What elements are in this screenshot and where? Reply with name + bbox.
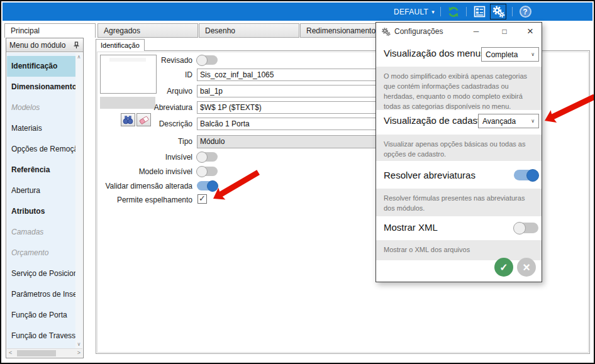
sidebar-item-modelos[interactable]: Modelos	[7, 97, 75, 118]
profile-label: DEFAULT	[394, 8, 428, 16]
sidebar-item-funcao-travessa[interactable]: Função de Travessa	[7, 326, 75, 346]
revisado-label: Revisado	[96, 56, 192, 65]
scroll-down-icon[interactable]: ∨	[77, 341, 81, 347]
settings-button[interactable]	[490, 4, 506, 19]
toolbar-separator	[512, 7, 513, 16]
permite-espelhamento-checkbox[interactable]	[197, 194, 207, 204]
tab-identificacao[interactable]: Identificação	[96, 39, 145, 51]
chevron-down-icon: ∨	[531, 118, 535, 124]
scroll-left-icon[interactable]: <	[9, 350, 12, 356]
sidebar-horizontal-scrollbar[interactable]: < >	[7, 348, 82, 357]
invisivel-toggle[interactable]	[197, 152, 218, 162]
sidebar-vertical-scrollbar[interactable]: ∧ ∨	[75, 53, 82, 348]
profile-dropdown[interactable]: DEFAULT ▾	[394, 8, 435, 16]
cadastro-view-label: Visualização de cadastro	[384, 115, 489, 126]
validar-dimensao-toggle[interactable]	[197, 181, 218, 190]
sidebar-item-materiais[interactable]: Materiais	[7, 118, 75, 139]
help-icon: ?	[520, 6, 531, 18]
sidebar-item-opcoes-remocao[interactable]: Opções de Remoção	[7, 139, 75, 160]
menus-view-select[interactable]: Completa ∨	[481, 47, 539, 62]
menus-view-value: Completa	[486, 50, 518, 59]
modelo-invisivel-toggle[interactable]	[197, 167, 218, 176]
validar-dimensao-label: Validar dimensão alterada	[96, 182, 192, 190]
tab-agregados[interactable]: Agregados	[97, 23, 198, 38]
revisado-toggle[interactable]	[197, 55, 218, 65]
pin-icon[interactable]	[73, 41, 80, 49]
tab-principal[interactable]: Principal	[4, 23, 96, 38]
sidebar-item-orcamento[interactable]: Orçamento	[7, 243, 75, 263]
settings-dialog-titlebar: Configurações	[376, 23, 542, 40]
sidebar-item-atributos[interactable]: Atributos	[7, 201, 75, 222]
confirm-button[interactable]: ✓	[494, 258, 513, 277]
resolver-abreviaturas-label: Resolver abreviaturas	[384, 170, 475, 180]
descricao-label: Descrição	[96, 119, 192, 128]
modelo-invisivel-label: Modelo invisível	[96, 167, 192, 176]
scrollbar-thumb[interactable]	[17, 350, 56, 356]
mostrar-xml-toggle[interactable]	[514, 223, 538, 233]
settings-gear-icon	[381, 27, 391, 36]
sidebar-item-referencia[interactable]: Referência	[7, 160, 75, 180]
toolbar-separator	[466, 7, 467, 16]
settings-dialog-title: Configurações	[394, 27, 443, 36]
permite-espelhamento-label: Permite espelhamento	[96, 196, 192, 204]
refresh-icon	[447, 6, 460, 18]
module-menu-title: Menu do módulo	[9, 41, 65, 50]
cadastro-view-select[interactable]: Avançada ∨	[478, 114, 539, 128]
module-form-button[interactable]	[472, 5, 486, 19]
invisivel-label: Invisível	[96, 153, 192, 162]
mostrar-xml-description: Mostrar o XML dos arquivos	[376, 240, 542, 260]
arquivo-label: Arquivo	[96, 87, 192, 96]
minimize-button[interactable]: ─	[469, 25, 483, 38]
mostrar-xml-label: Mostrar XML	[384, 222, 438, 233]
chevron-down-icon: ▾	[431, 9, 435, 15]
settings-dialog: Configurações ─ □ × Visualização dos men…	[375, 22, 542, 282]
toolbar-separator	[440, 7, 441, 16]
maximize-button[interactable]: □	[498, 25, 511, 38]
sidebar-item-abertura[interactable]: Abertura	[7, 180, 75, 201]
module-menu-panel: Menu do módulo Identificação Dimensionam…	[6, 38, 84, 358]
topbar: DEFAULT ▾	[3, 3, 592, 21]
help-button[interactable]: ?	[518, 5, 532, 19]
id-label: ID	[96, 70, 192, 79]
sidebar-item-dimensionamento[interactable]: Dimensionamento	[7, 77, 75, 97]
tipo-label: Tipo	[96, 137, 192, 146]
resolver-abreviaturas-toggle[interactable]	[514, 170, 538, 180]
cadastro-view-description: Visualizar apenas opções básicas ou toda…	[376, 135, 542, 161]
refresh-button[interactable]	[447, 5, 460, 19]
cadastro-view-value: Avançada	[482, 117, 516, 126]
form-list-icon	[474, 6, 486, 18]
sidebar-item-identificacao[interactable]: Identificação	[7, 56, 75, 77]
module-menu-header: Menu do módulo	[6, 38, 83, 52]
close-button[interactable]: ×	[523, 25, 537, 38]
app-window: DEFAULT ▾	[0, 0, 595, 364]
cancel-button[interactable]: ×	[517, 258, 536, 277]
module-menu-list: Identificação Dimensionamento Modelos Ma…	[7, 53, 82, 348]
tab-desenho[interactable]: Desenho	[199, 23, 299, 38]
abreviatura-label: Abreviatura	[96, 103, 192, 112]
settings-gear-icon	[492, 5, 505, 18]
sidebar-item-parametros-insercao[interactable]: Parâmetros de Inserção	[7, 284, 75, 305]
chevron-down-icon: ∨	[531, 52, 535, 57]
menus-view-description: O modo simplificado exibirá apenas categ…	[376, 67, 542, 110]
sidebar-item-servico-posicionamento[interactable]: Serviço de Posicionamento	[7, 263, 75, 284]
sidebar-item-camadas[interactable]: Camadas	[7, 222, 75, 243]
scroll-right-icon[interactable]: >	[77, 350, 81, 356]
resolver-abreviaturas-description: Resolver fórmulas presentes nas abreviat…	[376, 189, 542, 216]
scroll-up-icon[interactable]: ∧	[77, 54, 81, 60]
sidebar-item-funcao-porta[interactable]: Função de Porta	[7, 305, 75, 326]
menus-view-label: Visualização dos menus	[384, 48, 485, 58]
